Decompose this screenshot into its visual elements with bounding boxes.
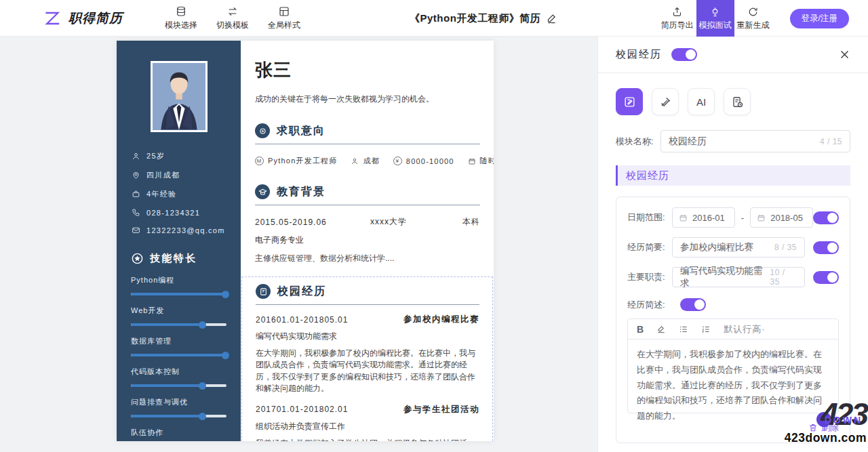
upload-icon (671, 6, 683, 18)
history-doc-tab[interactable] (724, 88, 751, 115)
contact-text: 四川成都 (146, 170, 180, 180)
brief-toggle[interactable] (813, 241, 839, 254)
campus-icon (256, 284, 271, 299)
login-register-button[interactable]: 登录/注册 (790, 9, 849, 28)
slider-thumb (222, 352, 229, 359)
section-job-intent[interactable]: 求职意向 MPython开发工程师 成都 ¥8000-10000 随时入职 (255, 123, 480, 166)
intent-city: 成都 (351, 156, 379, 166)
date-end-value: 2018-05 (770, 213, 803, 223)
duty-row: 主要职责: 编写代码实现功能需求 10 / 35 (627, 267, 839, 287)
skill-slider (131, 354, 226, 356)
document-title: 《Python开发工程师》简历 (410, 12, 540, 25)
phone-icon (132, 208, 140, 217)
education-row: 2015.05-2019.06 xxxx大学 本科 (255, 216, 480, 228)
ai-assist-tab[interactable]: AI (688, 88, 715, 115)
refresh-icon (747, 6, 759, 18)
brief-value: 参加校内编程比赛 (680, 241, 753, 253)
layout-grid-icon (278, 5, 290, 18)
editor-toolbar: B 默认行高· (628, 319, 838, 340)
mock-interview-button[interactable]: 模拟面试 (696, 0, 734, 37)
rich-text-editor: B 默认行高· 在大学期间，我积极参加了校内的编程比赛。在比赛中，我与团队成员合… (627, 319, 839, 413)
entry-duty: 组织活动并负责宣传工作 (256, 421, 479, 432)
intent-position: MPython开发工程师 (255, 156, 337, 166)
eraser-button[interactable] (656, 325, 666, 334)
skill-slider (131, 293, 226, 295)
skill-item: 问题排查与调优 (131, 397, 226, 417)
nav-module-select[interactable]: 模块选择 (163, 5, 199, 31)
desc-toggle-row: 经历简述: (627, 298, 839, 311)
entry-duty: 编写代码实现功能需求 (256, 331, 479, 342)
bold-button[interactable]: B (637, 324, 644, 335)
position-badge-icon: M (255, 157, 264, 165)
skill-slider (131, 323, 226, 326)
ai-label: AI (696, 96, 706, 108)
resume-quote: 成功的关键在于将每一次失败都视为学习的机会。 (255, 94, 480, 105)
date-range-toggle[interactable] (813, 211, 839, 224)
document-title-area: 《Python开发工程师》简历 (410, 0, 557, 37)
brief-input[interactable]: 参加校内编程比赛 8 / 35 (672, 237, 805, 258)
export-resume-button[interactable]: 简历导出 (658, 0, 696, 37)
duty-counter: 10 / 35 (770, 268, 797, 287)
brief-row: 经历简要: 参加校内编程比赛 8 / 35 (627, 237, 839, 258)
action-label: 模拟面试 (699, 20, 732, 31)
entry-desc: 在大学期间，我积极参加了校内的编程比赛。在比赛中，我与团队成员合作，负责编写代码… (256, 348, 479, 395)
edit-title-icon[interactable] (546, 13, 557, 24)
module-name-input[interactable]: 校园经历 4 / 15 (660, 130, 850, 152)
intent-items: MPython开发工程师 成都 ¥8000-10000 随时入职 (255, 156, 480, 166)
section-campus-selected[interactable]: 校园经历 201601.01-201805.01 参加校内编程比赛 编写代码实现… (241, 276, 493, 441)
nav-global-style[interactable]: 全局样式 (267, 5, 302, 31)
resume-sidebar: 25岁 四川成都 4年经验 028-1234321 12322233@qq.co… (117, 41, 241, 441)
skill-item: 代码版本控制 (131, 367, 226, 387)
section-education[interactable]: 教育背景 2015.05-2019.06 xxxx大学 本科 电子商务专业 主修… (255, 184, 480, 264)
avatar-photo[interactable] (151, 61, 208, 132)
resume-preview: 25岁 四川成都 4年经验 028-1234321 12322233@qq.co… (117, 41, 494, 441)
contact-age: 25岁 (132, 151, 241, 161)
edit-content-tab[interactable] (616, 88, 643, 115)
interview-lamp-icon (709, 6, 721, 18)
contact-text: 12322233@qq.com (146, 226, 225, 234)
section-header: 校园经历 (256, 284, 479, 305)
app-logo[interactable]: 职得简历 (43, 9, 123, 27)
line-height-select[interactable]: 默认行高· (724, 323, 765, 335)
section-header: 求职意向 (255, 123, 480, 144)
slider-thumb (199, 413, 206, 420)
nav-label: 模块选择 (165, 20, 197, 31)
action-label: 重新生成 (737, 20, 770, 31)
swap-arrows-icon (226, 5, 239, 18)
location-pin-icon (132, 171, 140, 180)
skill-slider (131, 415, 226, 417)
skill-name: 问题排查与调优 (131, 397, 226, 407)
close-icon[interactable] (839, 49, 850, 60)
style-tools-tab[interactable] (652, 88, 679, 115)
logo-z-icon (43, 10, 62, 26)
brief-label: 经历简要: (627, 241, 672, 253)
skill-item: Python编程 (131, 275, 226, 295)
desc-textarea[interactable]: 在大学期间，我积极参加了校内的编程比赛。在比赛中，我与团队成员合作，负责编写代码… (628, 340, 838, 413)
skills-header: 技能特长 (131, 252, 226, 265)
education-school: xxxx大学 (370, 216, 462, 228)
skill-item: Web开发 (131, 306, 226, 326)
ordered-list-button[interactable] (701, 325, 711, 334)
entry-role: 参与学生社团活动 (403, 404, 479, 415)
desc-toggle[interactable] (680, 298, 706, 311)
date-end-input[interactable]: 2018-05 (750, 207, 813, 228)
contact-list: 25岁 四川成都 4年经验 028-1234321 12322233@qq.co… (117, 151, 241, 234)
duty-input[interactable]: 编写代码实现功能需求 10 / 35 (672, 267, 805, 287)
section-title: 教育背景 (277, 185, 326, 199)
skill-name: 队伍协作 (131, 428, 226, 438)
section-banner: 校园经历 (616, 165, 850, 186)
entry-period: 201601.01-201805.01 (256, 315, 348, 325)
date-start-input[interactable]: 2016-01 (672, 207, 735, 228)
nav-switch-template[interactable]: 切换模板 (215, 5, 250, 31)
module-name-value: 校园经历 (669, 136, 707, 148)
entry-role: 参加校内编程比赛 (403, 314, 479, 325)
skill-slider (131, 384, 226, 387)
date-dash: - (741, 213, 744, 223)
module-visible-toggle[interactable] (671, 48, 697, 61)
slider-thumb (199, 382, 206, 390)
panel-body: AI 模块名称: 校园经历 4 / 15 校园经历 日期范围: 2016-01 (598, 73, 868, 452)
regenerate-button[interactable]: 重新生成 (734, 0, 772, 37)
duty-toggle[interactable] (813, 271, 839, 284)
section-title: 求职意向 (277, 124, 326, 138)
bullet-list-button[interactable] (679, 325, 688, 334)
